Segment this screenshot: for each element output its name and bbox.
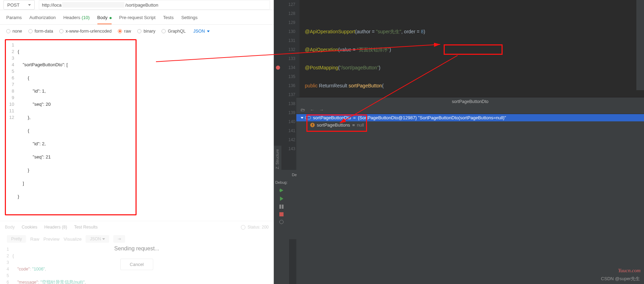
tab-body[interactable]: Body (97, 15, 112, 24)
view-preview[interactable]: Preview (43, 236, 59, 242)
debug-child-row[interactable]: f sortPageButtons = null (296, 121, 644, 129)
request-body-editor[interactable]: 123456789101112 { "sortPageButtonDto": [… (6, 42, 136, 213)
tab-authorization[interactable]: Authorization (29, 15, 56, 24)
response-tabs: Body Cookies Headers (8) Test Results (0, 221, 273, 233)
var-value: {SortPageButtonDto@12987} "SortPageButto… (358, 115, 506, 120)
pause-icon[interactable] (279, 205, 284, 209)
radio-graphql[interactable]: GraphQL (162, 29, 185, 34)
view-json[interactable]: JSON (86, 235, 109, 243)
tab-settings[interactable]: Settings (181, 15, 198, 24)
url-input[interactable]: http://loca /sort/pageButton (39, 0, 270, 10)
sending-overlay: Sending request... Cancel (0, 246, 273, 270)
editor-code: { "sortPageButtonDto": [ { "id": 1, "seq… (18, 42, 68, 213)
resp-tab-cookies[interactable]: Cookies (22, 225, 37, 230)
child-name: sortPageButtons (317, 122, 350, 128)
resp-tab-body[interactable]: Body (5, 225, 15, 230)
tab-tests[interactable]: Tests (163, 15, 174, 24)
debug-sub-toolbar: De (289, 170, 299, 239)
radio-formdata[interactable]: form-data (28, 29, 53, 34)
response-status: Status: 200 (241, 225, 269, 230)
tab-prerequest[interactable]: Pre-request Script (119, 15, 156, 24)
ide-right-gutter (636, 0, 644, 90)
chevron-down-icon (207, 31, 210, 32)
resume-icon[interactable] (279, 196, 284, 201)
radio-urlencoded[interactable]: x-www-form-urlencoded (59, 29, 112, 34)
postman-panel: POST http://loca /sort/pageButton Params… (0, 0, 274, 284)
debug-panel: sortPageButtonDto 🗁 ← → sortPageButtonDt… (296, 97, 644, 284)
debugger-subtab[interactable]: De (292, 173, 297, 177)
rerun-icon[interactable] (279, 188, 284, 193)
resp-tab-tests[interactable]: Test Results (74, 225, 98, 230)
debug-side-toolbar: Debug: (274, 170, 289, 284)
view-pretty[interactable]: Pretty (7, 235, 26, 243)
method-label: POST (7, 2, 19, 8)
view-visualize[interactable]: Visualize (64, 236, 82, 242)
editor-gutter: 123456789101112 (6, 42, 18, 213)
field-icon: f (310, 123, 315, 127)
radio-icon (162, 29, 166, 33)
sending-text: Sending request... (114, 246, 159, 252)
url-redacted (62, 2, 124, 8)
radio-raw[interactable]: raw (118, 29, 131, 34)
debug-toolbar: 🗁 ← → (296, 106, 644, 114)
request-bar: POST http://loca /sort/pageButton (0, 0, 273, 10)
radio-icon (28, 29, 33, 33)
csdn-attribution: CSDN @super先生 (601, 276, 640, 282)
arrow-right-icon[interactable]: → (319, 107, 324, 112)
request-tabs: Params Authorization Headers (10) Body P… (0, 10, 273, 25)
radio-icon (137, 29, 141, 33)
debug-title: sortPageButtonDto (296, 97, 644, 106)
request-body-editor-highlight: 123456789101112 { "sortPageButtonDto": [… (5, 39, 137, 215)
mute-breakpoints-icon[interactable] (279, 220, 284, 224)
response-panel: Body Cookies Headers (8) Test Results St… (0, 221, 273, 284)
arrow-left-icon[interactable]: ← (310, 107, 314, 112)
response-view-row: Pretty Raw Preview Visualize JSON ⇥ (0, 233, 273, 245)
stop-icon[interactable] (279, 212, 284, 216)
radio-icon (118, 29, 122, 33)
view-raw[interactable]: Raw (30, 236, 39, 242)
radio-icon (6, 29, 10, 33)
chevron-down-icon (102, 238, 105, 240)
globe-icon (241, 225, 245, 230)
debug-variable-row[interactable]: sortPageButtonDto = {SortPageButtonDto@1… (296, 114, 644, 121)
wrap-icon[interactable]: ⇥ (113, 235, 125, 243)
url-prefix: http://loca (42, 2, 61, 8)
breakpoint-icon[interactable] (276, 66, 280, 70)
var-name: sortPageButtonDto (313, 115, 351, 120)
cancel-button[interactable]: Cancel (120, 259, 153, 270)
child-value: null (357, 122, 364, 128)
dot-icon (110, 17, 112, 19)
radio-icon (59, 29, 63, 33)
http-method-select[interactable]: POST (3, 0, 35, 10)
radio-binary[interactable]: binary (137, 29, 155, 34)
expand-icon[interactable] (301, 117, 304, 119)
chevron-down-icon (28, 4, 31, 6)
debug-tab-label[interactable]: Debug: (275, 180, 287, 184)
url-suffix: /sort/pageButton (125, 2, 158, 8)
watermark: Yuucn.com (618, 268, 641, 274)
body-type-row: none form-data x-www-form-urlencoded raw… (0, 25, 273, 38)
tab-params[interactable]: Params (6, 15, 22, 24)
radio-none[interactable]: none (6, 29, 22, 34)
folder-icon[interactable]: 🗁 (301, 107, 305, 112)
tab-headers[interactable]: Headers (10) (63, 15, 90, 24)
resp-tab-headers[interactable]: Headers (8) (44, 225, 67, 230)
watch-icon (305, 116, 311, 119)
raw-type-select[interactable]: JSON (193, 29, 210, 34)
